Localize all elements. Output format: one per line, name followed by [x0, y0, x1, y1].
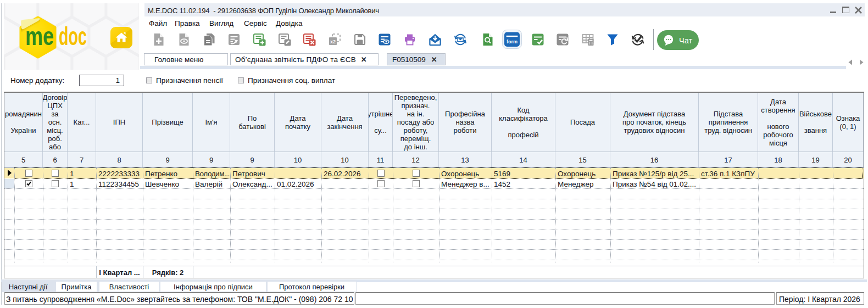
svg-text:x2: x2 [330, 39, 336, 44]
svg-text:form: form [507, 39, 518, 44]
svg-text:doc: doc [59, 21, 87, 51]
svg-text:me: me [25, 21, 54, 51]
